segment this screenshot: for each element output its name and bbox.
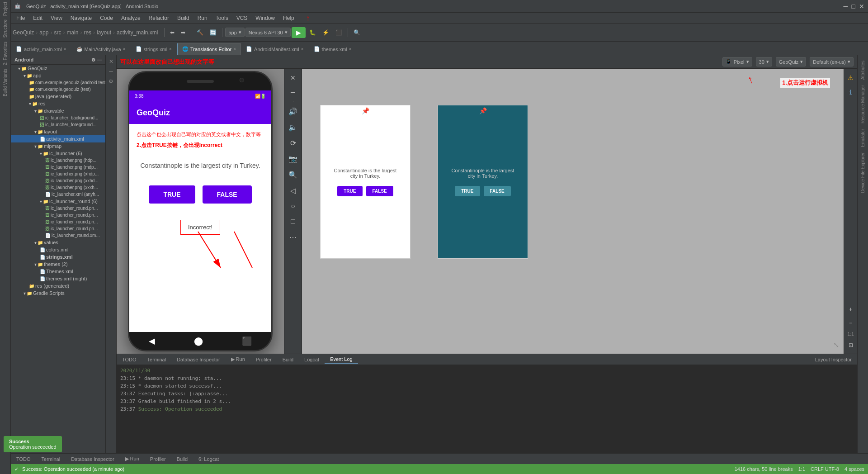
dp-true-btn-light[interactable]: TRUE: [337, 186, 362, 196]
tree-round4[interactable]: 🖼 ic_launcher_round.pn...: [11, 225, 105, 232]
breadcrumb-geoquiz[interactable]: GeoQuiz: [13, 29, 34, 36]
sync-btn[interactable]: 🔄: [207, 28, 219, 38]
stop-btn[interactable]: ⬛: [333, 28, 345, 38]
tree-mipmap[interactable]: ▾ 📁 mipmap: [11, 142, 105, 150]
tree-ic-launcher-fg[interactable]: 🖼 ic_launcher_foreground...: [11, 121, 105, 128]
zoom-dropdown[interactable]: 30 ▾: [756, 57, 772, 66]
breadcrumb-main[interactable]: main: [66, 29, 78, 36]
resize-handle[interactable]: ⤡: [833, 341, 839, 349]
rp-zoom-out[interactable]: −: [846, 318, 855, 328]
close-btn[interactable]: ✕: [859, 3, 864, 10]
tool-minimize-btn[interactable]: ─: [288, 87, 298, 98]
profile-btn[interactable]: ⚡: [320, 28, 332, 38]
btab-event-log[interactable]: Event Log: [325, 356, 358, 364]
locale-dropdown[interactable]: Default (en-us) ▾: [810, 57, 854, 66]
vtab-favorites[interactable]: 2: Favorites: [2, 40, 9, 67]
vtab-resource-manager[interactable]: Resource Manager: [859, 83, 866, 125]
tab-activity-main[interactable]: 📄 activity_main.xml ×: [11, 43, 71, 55]
tree-round2[interactable]: 🖼 ic_launcher_round.pn...: [11, 212, 105, 218]
btab-run[interactable]: ▶ Run: [226, 356, 250, 363]
menu-help[interactable]: Help: [279, 14, 298, 22]
tree-androidtest[interactable]: 📁 com.example.geoquiz (android test): [11, 79, 105, 86]
phone-true-btn[interactable]: TRUE: [149, 185, 195, 204]
tab-strings[interactable]: 📄 strings.xml ×: [131, 43, 177, 55]
ftool-todo[interactable]: TODO: [13, 455, 34, 463]
tab-close-strings[interactable]: ×: [169, 47, 172, 52]
run-config-dropdown[interactable]: app ▾: [225, 28, 244, 37]
tree-ic-launcher-hdpi[interactable]: 🖼 ic_launcher.png (hdp...: [11, 157, 105, 164]
tab-close-themes[interactable]: ×: [349, 47, 352, 52]
btab-profiler[interactable]: Profiler: [250, 356, 277, 363]
tree-round3[interactable]: 🖼 ic_launcher_round.pn...: [11, 218, 105, 225]
ftool-build[interactable]: Build: [173, 455, 191, 463]
ftool-logcat[interactable]: 6: Logcat: [195, 455, 222, 463]
tab-translations-editor[interactable]: 🌐 Translations Editor ×: [177, 43, 241, 55]
menu-file[interactable]: File: [13, 14, 28, 22]
tree-themes-xml[interactable]: 📄 Themes.xml: [11, 268, 105, 275]
tree-drawable[interactable]: ▾ 📁 drawable: [11, 107, 105, 114]
tab-themes[interactable]: 📄 themes.xml ×: [309, 43, 357, 55]
ftool-run[interactable]: ▶ Run: [122, 455, 143, 463]
device-dropdown[interactable]: Nexus 6 API 30 ▾: [245, 28, 291, 37]
breadcrumb-res[interactable]: res: [84, 29, 91, 36]
tab-close-manifest[interactable]: ×: [301, 47, 304, 52]
menu-refactor[interactable]: Refactor: [145, 14, 173, 22]
breadcrumb-layout[interactable]: layout: [97, 29, 111, 36]
rp-warning-btn[interactable]: ⚠: [845, 72, 856, 83]
tree-app[interactable]: ▾ 📁 app: [11, 72, 105, 79]
tab-close[interactable]: ×: [64, 47, 66, 52]
tool-more-btn[interactable]: ⋯: [287, 231, 299, 243]
tree-java-gen[interactable]: 📁 java (generated): [11, 93, 105, 100]
minimize-btn[interactable]: ─: [844, 3, 848, 10]
tree-round1[interactable]: 🖼 ic_launcher_round.pn...: [11, 205, 105, 212]
tree-test[interactable]: 📁 com.example.geoquiz (test): [11, 86, 105, 93]
back-btn[interactable]: ⬅: [167, 28, 177, 38]
tool-screenshot-btn[interactable]: 📷: [286, 153, 300, 165]
tool-square-btn[interactable]: □: [288, 216, 298, 228]
vtab-device-explorer[interactable]: Device File Explorer: [859, 151, 866, 194]
side-settings-btn[interactable]: ⚙: [107, 77, 116, 86]
tree-gradle[interactable]: ▾ 📁 Gradle Scripts: [11, 289, 105, 297]
breadcrumb-src[interactable]: src: [54, 29, 61, 36]
forward-btn[interactable]: ➡: [178, 28, 188, 38]
tree-values[interactable]: ▾ 📁 values: [11, 239, 105, 246]
btab-todo[interactable]: TODO: [117, 356, 142, 363]
tool-volume-btn[interactable]: 🔊: [286, 105, 300, 118]
tree-ic-launcher-mdpi[interactable]: 🖼 ic_launcher.png (mdp...: [11, 164, 105, 171]
tool-rotate-btn[interactable]: ⟳: [288, 137, 299, 149]
side-minimize-btn[interactable]: ─: [107, 67, 116, 76]
dp-false-btn-light[interactable]: FALSE: [366, 186, 393, 196]
tree-ic-launcher-folder[interactable]: ▾ 📁 ic_launcher (6): [11, 150, 105, 157]
ftool-profiler[interactable]: Profiler: [146, 455, 170, 463]
sidebar-collapse-icon[interactable]: —: [97, 57, 102, 62]
app-dropdown[interactable]: GeoQuiz ▾: [776, 57, 806, 66]
btab-terminal[interactable]: Terminal: [142, 356, 172, 363]
menu-tools[interactable]: Tools: [212, 14, 232, 22]
menu-window[interactable]: Window: [252, 14, 278, 22]
tree-ic-launcher-xxhdpi[interactable]: 🖼 ic_launcher.png (xxhd...: [11, 177, 105, 184]
tree-themes-night[interactable]: 📄 themes.xml (night): [11, 275, 105, 282]
phone-false-btn[interactable]: FALSE: [203, 185, 252, 204]
tree-ic-launcher-xhdpi[interactable]: 🖼 ic_launcher.png (xhdp...: [11, 171, 105, 177]
tool-mute-btn[interactable]: 🔈: [286, 121, 300, 133]
nav-recent-btn[interactable]: ⬛: [242, 336, 252, 346]
rp-zoom-in[interactable]: +: [846, 304, 855, 314]
vtab-attributes[interactable]: Attributes: [859, 59, 866, 81]
pixel-dropdown[interactable]: 📱 Pixel ▾: [722, 57, 752, 66]
menu-run[interactable]: Run: [194, 14, 211, 22]
btab-db-inspector[interactable]: Database Inspector: [171, 356, 225, 363]
tab-close-translations[interactable]: ×: [233, 47, 236, 52]
tree-res[interactable]: ▾ 📁 res: [11, 100, 105, 107]
tree-activity-main[interactable]: 📄 activity_main.xml: [11, 135, 105, 142]
vtab-build-variants[interactable]: Build Variants: [2, 67, 9, 98]
tree-ic-launcher-round[interactable]: ▾ 📁 ic_launcher_round (6): [11, 198, 105, 205]
menu-vcs[interactable]: VCS: [233, 14, 251, 22]
rp-fit-btn[interactable]: ⊡: [846, 340, 856, 350]
tree-layout[interactable]: ▾ 📁 layout: [11, 128, 105, 135]
debug-btn[interactable]: 🐛: [307, 28, 319, 38]
btab-layout-inspector[interactable]: Layout Inspector: [810, 356, 857, 363]
tab-close-main[interactable]: ×: [123, 47, 126, 52]
run-button[interactable]: ▶ ↑: [292, 27, 306, 38]
menu-analyze[interactable]: Analyze: [118, 14, 144, 22]
tree-strings[interactable]: 📄 strings.xml: [11, 253, 105, 261]
